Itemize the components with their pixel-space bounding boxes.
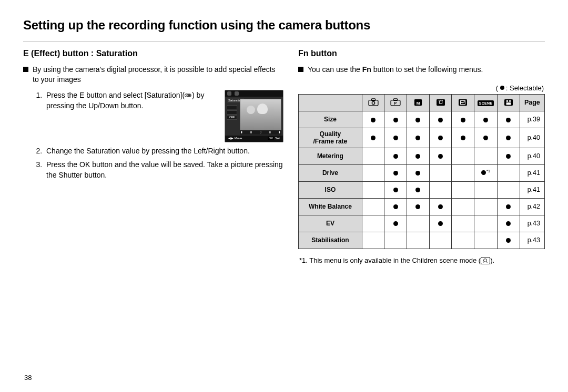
lcd-mock-icon: Saturation OFF ▮▮▯▮▮ ◀▶ Move OK Set [225, 90, 283, 142]
manual-icon: M [412, 98, 424, 107]
table-cell [452, 232, 474, 249]
table-cell [384, 215, 407, 232]
page-title: Setting up the recording function using … [23, 18, 545, 33]
fn-intro: You can use the Fn button to set the fol… [298, 65, 545, 75]
table-cell [362, 164, 384, 181]
svg-rect-4 [394, 99, 398, 101]
effect-step-3: Press the OK button and the value will b… [44, 159, 283, 181]
page-ref: p.42 [520, 198, 544, 215]
table-row: Drive*1p.41 [299, 164, 545, 181]
svg-rect-9 [459, 99, 467, 106]
table-cell [474, 128, 497, 148]
step1-pre: Press the E button and select [Saturatio… [46, 91, 185, 99]
table-cell [474, 111, 497, 128]
right-column: Fn button You can use the Fn button to s… [298, 49, 545, 264]
page-ref: p.41 [520, 164, 544, 181]
table-cell [407, 232, 430, 249]
row-label: Size [299, 111, 362, 128]
table-cell [429, 148, 452, 164]
table-row: Meteringp.40 [299, 148, 545, 164]
table-cell [384, 148, 407, 164]
fn-table: P M SCENE [298, 94, 545, 249]
photo-guide-icon [457, 98, 469, 107]
lcd-set: Set [275, 137, 280, 140]
svg-rect-1 [371, 99, 375, 101]
table-cell [407, 181, 430, 198]
table-cell [384, 111, 407, 128]
left-column: E (Effect) button : Saturation By using … [23, 49, 283, 264]
table-cell [474, 215, 497, 232]
square-bullet-icon [298, 67, 303, 72]
table-cell [384, 164, 407, 181]
saturation-icon [185, 93, 192, 98]
table-cell [474, 148, 497, 164]
table-cell [362, 198, 384, 215]
page-ref: p.41 [520, 181, 544, 198]
lcd-preview-image: Saturation OFF ▮▮▯▮▮ ◀▶ Move OK Set [225, 90, 283, 142]
svg-text:M: M [417, 101, 420, 106]
camera-auto-icon [368, 98, 379, 107]
dis-hand-icon [435, 98, 447, 107]
table-corner [299, 94, 362, 111]
table-cell [429, 181, 452, 198]
row-label: White Balance [299, 198, 362, 215]
svg-point-13 [509, 100, 511, 102]
table-row: Stabilisationp.43 [299, 232, 545, 249]
mode-scene: SCENE [474, 94, 497, 111]
page-ref: p.40 [520, 128, 544, 148]
lcd-off: OFF [227, 116, 237, 120]
table-cell [498, 181, 520, 198]
table-cell [362, 128, 384, 148]
table-cell [498, 164, 520, 181]
table-cell [498, 215, 520, 232]
table-cell [407, 148, 430, 164]
table-cell [384, 181, 407, 198]
table-cell [452, 181, 474, 198]
table-cell [362, 148, 384, 164]
footnote-pre: *1. This menu is only available in the C… [299, 256, 481, 264]
table-cell [498, 128, 520, 148]
effect-intro: By using the camera's digital processor,… [23, 65, 283, 85]
table-cell [362, 181, 384, 198]
section-title-effect: E (Effect) button : Saturation [23, 49, 283, 58]
svg-rect-8 [437, 99, 445, 106]
row-label: Drive [299, 164, 362, 181]
mode-movie [498, 94, 520, 111]
lcd-move: Move [235, 137, 242, 140]
svg-rect-0 [369, 100, 378, 106]
table-cell [498, 232, 520, 249]
table-row: ISOp.41 [299, 181, 545, 198]
fn-intro-bold: Fn [362, 65, 371, 74]
dot-icon [500, 86, 504, 90]
table-cell [384, 198, 407, 215]
svg-point-2 [372, 102, 374, 105]
table-cell [407, 128, 430, 148]
table-cell [407, 215, 430, 232]
table-cell [452, 148, 474, 164]
footnote-post: ). [490, 256, 494, 264]
mode-auto [362, 94, 384, 111]
table-cell [474, 181, 497, 198]
legend: ( : Selectable) [298, 84, 544, 92]
effect-step-2: Change the Saturation value by pressing … [44, 146, 283, 156]
table-cell [362, 215, 384, 232]
table-cell [452, 215, 474, 232]
table-cell [429, 128, 452, 148]
table-cell [429, 198, 452, 215]
row-label: Quality/Frame rate [299, 128, 362, 148]
row-label: Metering [299, 148, 362, 164]
page-ref: p.43 [520, 215, 544, 232]
table-cell [452, 198, 474, 215]
fn-intro-pre: You can use the [308, 65, 362, 74]
children-mode-icon [481, 257, 490, 264]
scene-badge-icon: SCENE [478, 100, 494, 106]
effect-steps: Press the E button and select [Saturatio… [23, 90, 283, 181]
movie-icon [503, 98, 514, 107]
row-label: ISO [299, 181, 362, 198]
table-cell [429, 111, 452, 128]
table-cell [407, 164, 430, 181]
table-cell [362, 232, 384, 249]
page-ref: p.43 [520, 232, 544, 249]
table-cell [474, 198, 497, 215]
table-cell [452, 128, 474, 148]
